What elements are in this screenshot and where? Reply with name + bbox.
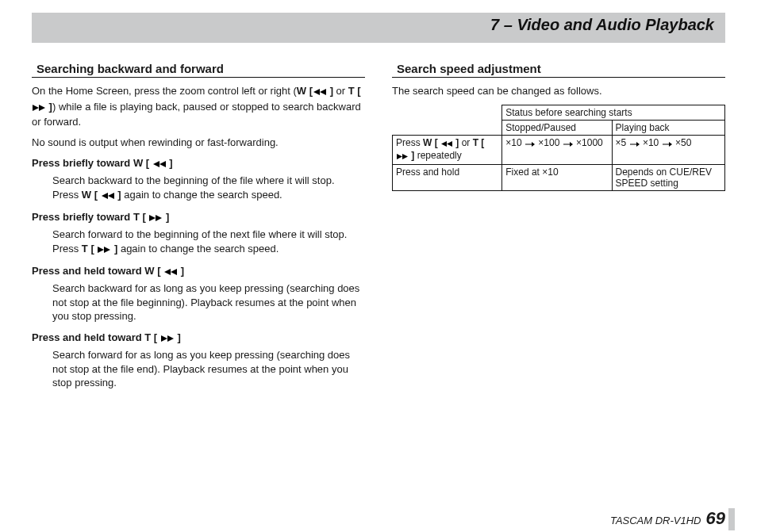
svg-marker-12 — [171, 269, 177, 275]
row2-label: Press and hold — [393, 164, 502, 190]
row1-playing: ×5 ×10 ×50 — [612, 135, 724, 164]
table-row: Press and hold Fixed at ×10 Depends on C… — [393, 164, 725, 190]
item2-line-b-pre: Press — [52, 243, 82, 255]
no-sound-note: No sound is output when rewinding or fas… — [32, 136, 365, 150]
col-playing: Playing back — [612, 120, 724, 135]
seq-v: ×10 — [505, 137, 521, 148]
seq-v: ×50 — [675, 137, 691, 148]
t-key-label-end: ] — [46, 101, 52, 113]
left-column: Searching backward and forward On the Ho… — [32, 62, 365, 390]
rewind-icon — [163, 266, 178, 278]
footer-brand: TASCAM DR-V1HD — [610, 515, 701, 526]
r1-post: repeatedly — [414, 150, 461, 161]
or-text: or — [333, 85, 348, 97]
h2-pre: Press briefly toward T [ — [32, 211, 148, 223]
svg-marker-27 — [669, 142, 672, 147]
row2-stopped: Fixed at ×10 — [502, 164, 612, 190]
sub-head-3: Press and held toward W [ ] — [32, 265, 365, 278]
svg-marker-5 — [153, 161, 159, 167]
forward-icon — [396, 151, 409, 163]
item1-body: Search backward to the beginning of the … — [52, 174, 365, 203]
arrow-right-icon — [662, 139, 673, 150]
footer-tab-decoration — [728, 508, 735, 530]
w-key-label: W [ — [297, 85, 313, 97]
forward-icon — [160, 333, 175, 345]
w-key-label-end: ] — [327, 85, 333, 97]
status-header: Status before searching starts — [502, 105, 725, 120]
h3-post: ] — [178, 265, 184, 277]
svg-marker-17 — [441, 141, 447, 147]
left-section-title: Searching backward and forward — [32, 62, 365, 78]
sub-head-1: Press briefly toward W [ ] — [32, 157, 365, 170]
svg-marker-23 — [570, 142, 573, 147]
svg-marker-4 — [159, 161, 166, 167]
item1-line-b-pre: Press — [52, 189, 82, 201]
item1-line-b-post: again to change the search speed. — [121, 189, 282, 201]
svg-marker-14 — [161, 335, 167, 342]
table-row: Status before searching starts — [393, 105, 725, 120]
h3-pre: Press and held toward W [ — [32, 265, 163, 277]
svg-marker-3 — [39, 105, 45, 111]
svg-marker-11 — [104, 247, 110, 253]
h2-post: ] — [163, 211, 169, 223]
svg-marker-6 — [108, 193, 114, 199]
forward-icon — [97, 243, 111, 258]
right-intro: The search speed can be changed as follo… — [392, 84, 725, 98]
row1-label: Press W [ ] or T [ ] repeatedly — [393, 135, 502, 164]
item2-body: Search forward to the beginning of the n… — [52, 228, 365, 257]
col-stopped: Stopped/Paused — [502, 120, 612, 135]
svg-marker-10 — [98, 247, 104, 253]
blank-cell — [393, 105, 502, 135]
t-key-label: T [ — [348, 85, 361, 97]
svg-marker-13 — [164, 269, 171, 275]
svg-marker-2 — [33, 105, 39, 111]
row2-playing: Depends on CUE/REV SPEED setting — [612, 164, 724, 190]
forward-icon — [32, 101, 46, 116]
content-columns: Searching backward and forward On the Ho… — [32, 62, 725, 390]
arrow-right-icon — [563, 139, 574, 150]
forward-icon — [148, 212, 163, 224]
r1-pre: Press — [396, 137, 423, 148]
right-column: Search speed adjustment The search speed… — [392, 62, 725, 390]
r1-or: or — [459, 137, 472, 148]
svg-marker-15 — [167, 335, 174, 342]
seq-v: ×5 — [616, 137, 627, 148]
chapter-header-bar: 7 – Video and Audio Playback — [32, 13, 725, 43]
page-number: 69 — [706, 508, 725, 529]
svg-marker-0 — [320, 89, 326, 95]
rewind-icon — [101, 189, 115, 204]
item1-line-a: Search backward to the beginning of the … — [52, 174, 335, 186]
svg-marker-8 — [149, 215, 156, 221]
item2-line-b-post: again to change the search speed. — [117, 243, 279, 255]
h1-post: ] — [167, 157, 173, 169]
row1-stopped: ×10 ×100 ×1000 — [502, 135, 612, 164]
chapter-title: 7 – Video and Audio Playback — [490, 16, 714, 34]
right-section-title: Search speed adjustment — [392, 62, 725, 78]
svg-marker-1 — [313, 89, 320, 95]
item3-body: Search backward for as long as you keep … — [52, 281, 365, 323]
sub-head-2: Press briefly toward T [ ] — [32, 211, 365, 224]
seq-v: ×10 — [643, 137, 659, 148]
intro-text-a: On the Home Screen, press the zoom contr… — [32, 85, 297, 97]
r1-t: T [ — [473, 137, 485, 148]
sub-head-4: Press and held toward T [ ] — [32, 331, 365, 345]
item2-key: T [ — [82, 243, 98, 255]
item1-key: W [ — [82, 189, 101, 201]
intro-text-b: ) while a file is playing back, paused o… — [32, 101, 361, 128]
r1-w: W [ — [423, 137, 440, 148]
page: 7 – Video and Audio Playback Searching b… — [0, 13, 757, 532]
h4-post: ] — [175, 331, 181, 343]
h4-pre: Press and held toward T [ — [32, 331, 160, 343]
seq-v: ×100 — [538, 137, 559, 148]
table-row: Press W [ ] or T [ ] repeatedly ×10 ×100… — [393, 135, 725, 164]
left-intro: On the Home Screen, press the zoom contr… — [32, 84, 365, 129]
rewind-icon — [313, 86, 327, 100]
svg-marker-18 — [397, 154, 402, 159]
seq-v: ×1000 — [576, 137, 603, 148]
svg-marker-7 — [102, 193, 108, 199]
svg-marker-21 — [532, 142, 535, 147]
svg-marker-9 — [156, 215, 162, 221]
item1-key-end: ] — [115, 189, 121, 201]
arrow-right-icon — [629, 139, 640, 150]
rewind-icon — [152, 159, 167, 170]
